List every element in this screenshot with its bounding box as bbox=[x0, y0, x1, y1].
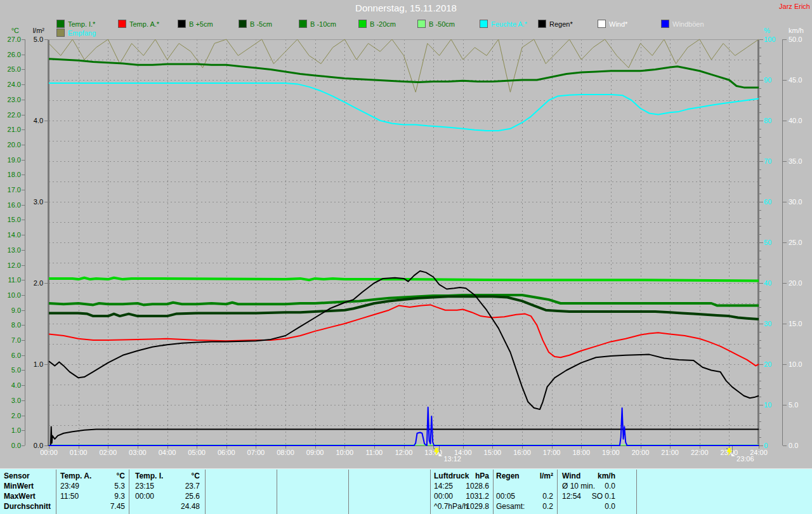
weather-station-window: Donnerstag, 15.11.2018 Jarz Erich Temp. … bbox=[0, 0, 812, 514]
kmh-axis-tick-label: 50.0 bbox=[789, 36, 802, 43]
x-axis-tick-label: 05:00 bbox=[188, 449, 206, 456]
table-cell-value: 0.2 bbox=[502, 492, 553, 501]
x-axis-tick-label: 01:00 bbox=[70, 449, 88, 456]
kmh-axis-tick-label: 45.0 bbox=[789, 76, 802, 84]
x-axis-tick-label: 02:00 bbox=[99, 449, 117, 456]
x-axis-tick-label: 07:00 bbox=[247, 449, 265, 456]
c-axis-tick-label: 2.0 bbox=[11, 412, 21, 419]
lm2-axis-tick-label: 4.0 bbox=[34, 117, 43, 124]
kmh-axis-tick-label: 40.0 bbox=[789, 117, 802, 124]
stats-table: SensorMinWertMaxWertDurchschnittTemp. A.… bbox=[0, 468, 812, 514]
pct-axis-tick-label: 50 bbox=[764, 239, 771, 246]
c-axis-tick-label: 7.0 bbox=[11, 336, 21, 344]
x-axis-tick-label: 06:00 bbox=[218, 449, 235, 456]
table-cell-value: SO 0.1 bbox=[565, 492, 615, 501]
x-axis-tick-label: 22:00 bbox=[691, 449, 709, 456]
x-axis-tick-label: 17:00 bbox=[543, 449, 561, 456]
c-axis-tick-label: 18.0 bbox=[8, 171, 21, 178]
pct-axis-tick-label: 100 bbox=[764, 36, 775, 43]
gridlines bbox=[49, 39, 759, 445]
table-cell-value: 23.7 bbox=[149, 482, 200, 491]
table-column-unit: hPa bbox=[438, 471, 489, 480]
x-axis-tick-label: 18:00 bbox=[572, 449, 590, 456]
table-divider bbox=[493, 470, 494, 514]
x-axis-tick-label: 04:00 bbox=[159, 449, 176, 456]
table-divider bbox=[205, 470, 206, 514]
table-cell-value: 0.2 bbox=[502, 502, 553, 511]
table-cell-value: 25.6 bbox=[149, 492, 200, 501]
x-axis-tick-label: 09:00 bbox=[306, 449, 324, 456]
c-axis-tick-label: 13.0 bbox=[8, 246, 21, 254]
pct-axis-unit: % bbox=[764, 27, 770, 34]
table-cell-value: 1031.2 bbox=[438, 492, 489, 501]
kmh-axis-tick-label: 0.0 bbox=[789, 442, 798, 449]
c-axis-tick-label: 6.0 bbox=[11, 352, 21, 359]
pct-axis-tick-label: 70 bbox=[764, 157, 771, 165]
table-cell-value: 7.45 bbox=[74, 502, 125, 511]
event-marker-label: 23:06 bbox=[737, 455, 754, 463]
weather-chart: 0.01.02.03.04.05.06.07.08.09.010.011.012… bbox=[0, 0, 812, 470]
table-row-label: Sensor bbox=[4, 471, 30, 480]
c-axis-tick-label: 20.0 bbox=[8, 141, 21, 148]
table-row-label: Durchschnitt bbox=[4, 502, 51, 511]
c-axis-tick-label: 24.0 bbox=[8, 81, 21, 88]
x-axis-tick-label: 10:00 bbox=[336, 449, 353, 456]
table-divider bbox=[636, 470, 637, 514]
c-axis-tick-label: 26.0 bbox=[8, 51, 21, 58]
c-axis-tick-label: 22.0 bbox=[8, 111, 21, 119]
lm2-axis-tick-label: 5.0 bbox=[34, 36, 43, 43]
table-cell-value: 24.48 bbox=[149, 502, 200, 511]
series-b-5cm bbox=[49, 296, 759, 319]
kmh-axis-tick-label: 25.0 bbox=[789, 239, 802, 246]
pct-axis-tick-label: 10 bbox=[764, 401, 771, 409]
c-axis-tick-label: 17.0 bbox=[8, 186, 21, 194]
c-axis-tick-label: 3.0 bbox=[11, 397, 21, 404]
c-axis-tick-label: 27.0 bbox=[8, 36, 21, 43]
x-axis-tick-label: 12:00 bbox=[395, 449, 413, 456]
pct-axis-tick-label: 60 bbox=[764, 198, 771, 206]
c-axis-tick-label: 4.0 bbox=[11, 381, 21, 389]
c-axis-tick-label: 1.0 bbox=[11, 426, 21, 434]
c-axis-unit: °C bbox=[11, 27, 19, 34]
lm2-axis-unit: l/m² bbox=[33, 27, 45, 34]
x-axis-tick-label: 19:00 bbox=[602, 449, 620, 456]
axis-labels: 0.01.02.03.04.05.06.07.08.09.010.011.012… bbox=[8, 27, 804, 449]
kmh-axis-tick-label: 15.0 bbox=[789, 320, 802, 327]
event-marker-label: 13:12 bbox=[443, 455, 461, 463]
c-axis-tick-label: 11.0 bbox=[8, 276, 21, 284]
kmh-axis-tick-label: 10.0 bbox=[789, 360, 802, 368]
c-axis-tick-label: 23.0 bbox=[8, 96, 21, 103]
x-axis-tick-label: 15:00 bbox=[484, 449, 502, 456]
table-divider bbox=[129, 470, 129, 514]
kmh-axis-tick-label: 30.0 bbox=[789, 198, 802, 206]
x-axis-tick-label: 08:00 bbox=[277, 449, 294, 456]
lm2-axis-tick-label: 1.0 bbox=[34, 360, 43, 368]
table-divider bbox=[557, 470, 558, 514]
c-axis-tick-label: 10.0 bbox=[8, 291, 21, 299]
pct-axis-tick-label: 30 bbox=[764, 320, 771, 327]
c-axis-tick-label: 9.0 bbox=[11, 306, 21, 314]
table-divider bbox=[348, 470, 349, 514]
lm2-axis-tick-label: 3.0 bbox=[34, 198, 43, 206]
c-axis-tick-label: 21.0 bbox=[8, 126, 21, 133]
x-axis-tick-label: 03:00 bbox=[129, 449, 147, 456]
table-row-label: MaxWert bbox=[4, 492, 36, 501]
pct-axis-tick-label: 40 bbox=[764, 279, 771, 287]
table-row-label: MinWert bbox=[4, 482, 34, 491]
table-column-unit: l/m² bbox=[502, 471, 553, 480]
kmh-axis-tick-label: 5.0 bbox=[789, 401, 798, 409]
c-axis-tick-label: 8.0 bbox=[11, 321, 21, 329]
c-axis-tick-label: 25.0 bbox=[8, 65, 21, 73]
c-axis-tick-label: 19.0 bbox=[8, 156, 21, 164]
table-cell-value: 1029.8 bbox=[438, 502, 489, 511]
table-column-unit: km/h bbox=[565, 471, 615, 480]
kmh-axis-tick-label: 35.0 bbox=[789, 157, 802, 165]
table-column-unit: °C bbox=[149, 471, 200, 480]
x-axis-tick-label: 00:00 bbox=[40, 449, 58, 456]
table-cell-value: 0.0 bbox=[565, 502, 615, 511]
kmh-axis-tick-label: 20.0 bbox=[789, 279, 802, 287]
c-axis-tick-label: 5.0 bbox=[11, 366, 21, 374]
kmh-axis-unit: km/h bbox=[789, 27, 804, 34]
c-axis-tick-label: 16.0 bbox=[8, 201, 21, 209]
c-axis-tick-label: 12.0 bbox=[8, 261, 21, 269]
